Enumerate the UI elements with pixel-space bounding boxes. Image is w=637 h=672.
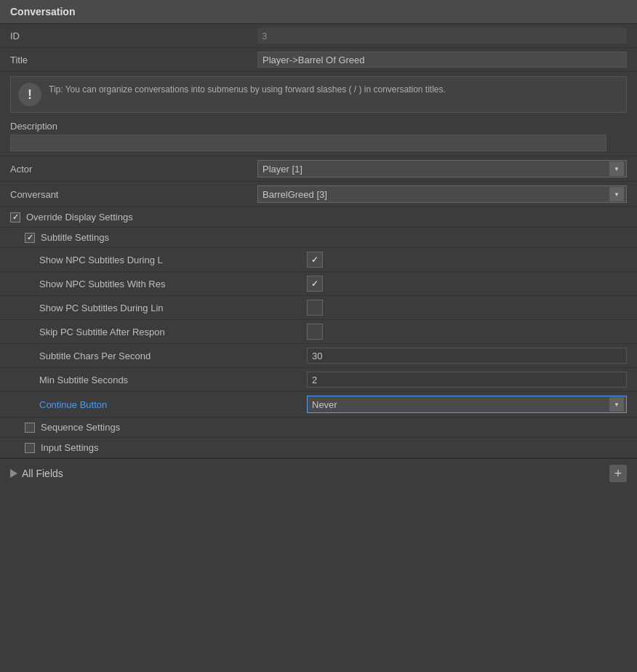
input-settings-text: Input Settings: [41, 442, 99, 453]
override-display-row: Override Display Settings: [0, 207, 637, 228]
skip-pc-checkbox[interactable]: [307, 324, 323, 340]
sequence-settings-text: Sequence Settings: [41, 422, 120, 433]
show-pc-during-label: Show PC Subtitles During Lin: [39, 303, 307, 313]
show-pc-during-row: Show PC Subtitles During Lin: [0, 296, 637, 320]
show-npc-during-checkbox[interactable]: [307, 252, 323, 268]
exclamation-icon: !: [28, 87, 32, 103]
section-title: Conversation: [10, 6, 75, 17]
plus-icon: +: [614, 466, 622, 481]
min-subtitle-value: [307, 372, 627, 388]
subtitle-settings-checkbox[interactable]: [25, 233, 35, 243]
override-display-checkbox[interactable]: [10, 212, 20, 223]
show-npc-with-checkbox[interactable]: [307, 276, 323, 292]
chars-per-sec-value: [307, 348, 627, 364]
min-subtitle-row: Min Subtitle Seconds: [0, 368, 637, 392]
tip-text: Tip: You can organize conversations into…: [49, 83, 446, 96]
actor-select[interactable]: Player [1]: [257, 160, 627, 177]
id-row: ID: [0, 24, 637, 48]
min-subtitle-input[interactable]: [307, 372, 627, 388]
id-label: ID: [10, 31, 257, 41]
conversant-row: Conversant BarrelGreed [3]: [0, 182, 637, 207]
subtitle-settings-text: Subtitle Settings: [41, 232, 109, 243]
description-input[interactable]: [10, 135, 606, 151]
show-pc-during-checkbox[interactable]: [307, 300, 323, 316]
actor-select-wrapper: Player [1]: [257, 160, 627, 177]
actor-label: Actor: [10, 164, 257, 175]
show-npc-with-row: Show NPC Subtitles With Res: [0, 272, 637, 296]
show-npc-during-row: Show NPC Subtitles During L: [0, 248, 637, 272]
continue-btn-select[interactable]: Never Always Optional: [307, 396, 627, 413]
conversant-label: Conversant: [10, 189, 257, 200]
sequence-settings-checkbox[interactable]: [25, 423, 35, 433]
sequence-settings-label[interactable]: Sequence Settings: [10, 422, 120, 433]
tip-icon: !: [18, 83, 41, 106]
skip-pc-row: Skip PC Subtitle After Respon: [0, 320, 637, 344]
override-display-label[interactable]: Override Display Settings: [10, 212, 133, 223]
skip-pc-label: Skip PC Subtitle After Respon: [39, 327, 307, 337]
title-label: Title: [10, 55, 257, 65]
input-settings-row: Input Settings: [0, 438, 637, 458]
title-row: Title: [0, 48, 637, 72]
all-fields-text: All Fields: [22, 468, 605, 479]
description-label: Description: [10, 121, 257, 135]
all-fields-row: All Fields +: [0, 458, 637, 488]
expand-all-fields-icon[interactable]: [10, 469, 17, 478]
show-npc-during-value: [307, 252, 627, 268]
id-input: [257, 28, 627, 44]
tip-box: ! Tip: You can organize conversations in…: [10, 76, 627, 113]
continue-btn-row: Continue Button Never Always Optional: [0, 392, 637, 417]
show-npc-with-label: Show NPC Subtitles With Res: [39, 279, 307, 289]
conversant-select-wrapper: BarrelGreed [3]: [257, 185, 627, 203]
continue-btn-select-wrapper: Never Always Optional: [307, 396, 627, 413]
conversation-panel: Conversation ID Title ! Tip: You can org…: [0, 0, 637, 488]
subtitle-settings-label[interactable]: Subtitle Settings: [10, 232, 109, 243]
actor-row: Actor Player [1]: [0, 156, 637, 182]
subtitle-settings-row: Subtitle Settings: [0, 228, 637, 248]
min-subtitle-label: Min Subtitle Seconds: [39, 375, 307, 385]
sequence-settings-row: Sequence Settings: [0, 417, 637, 438]
input-settings-label[interactable]: Input Settings: [10, 442, 99, 453]
show-pc-during-value: [307, 300, 627, 316]
section-header: Conversation: [0, 0, 637, 24]
show-npc-during-label: Show NPC Subtitles During L: [39, 255, 307, 265]
continue-btn-value: Never Always Optional: [307, 396, 627, 413]
chars-per-sec-row: Subtitle Chars Per Second: [0, 344, 637, 368]
override-display-text: Override Display Settings: [26, 212, 133, 223]
chars-per-sec-label: Subtitle Chars Per Second: [39, 351, 307, 361]
chars-per-sec-input[interactable]: [307, 348, 627, 364]
title-input[interactable]: [257, 52, 627, 68]
conversant-select[interactable]: BarrelGreed [3]: [257, 185, 627, 203]
show-npc-with-value: [307, 276, 627, 292]
skip-pc-value: [307, 324, 627, 340]
description-row: Description: [0, 117, 637, 156]
continue-btn-label: Continue Button: [39, 399, 307, 410]
input-settings-checkbox[interactable]: [25, 443, 35, 453]
add-field-button[interactable]: +: [609, 465, 627, 482]
